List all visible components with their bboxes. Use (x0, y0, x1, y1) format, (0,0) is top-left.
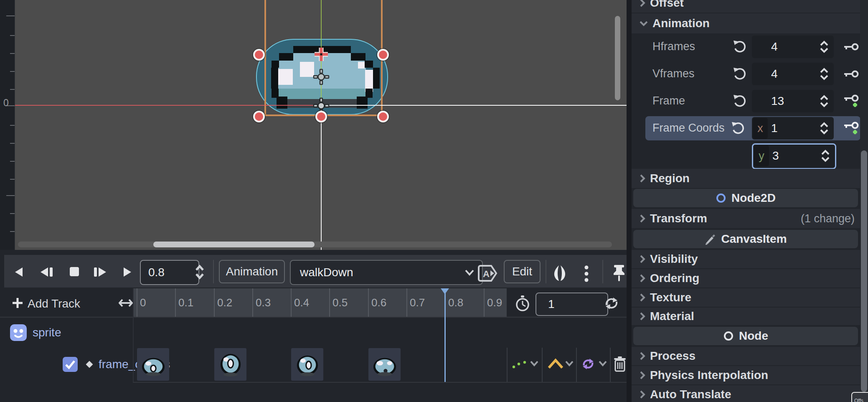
add-track-plus-icon[interactable] (12, 297, 23, 309)
node-icon (723, 331, 734, 341)
spinner-icon[interactable] (819, 41, 830, 53)
vframes-field[interactable]: 4 (752, 63, 834, 85)
canvas-viewport[interactable]: 0 (0, 0, 627, 250)
delete-track-trash-icon[interactable] (613, 356, 627, 372)
stop-button[interactable] (69, 267, 79, 277)
sprite-center-anchor-icon[interactable] (313, 69, 330, 85)
corner-popup: Offs (851, 392, 868, 402)
add-track-button[interactable]: Add Track (28, 297, 80, 310)
current-time-value: 0.8 (148, 266, 165, 279)
timeline-zoom-arrows-icon[interactable] (119, 298, 133, 308)
section-auto-translate[interactable]: Auto Translate (632, 385, 867, 402)
loop-wrap-mode-icon[interactable] (581, 357, 596, 371)
track-enabled-checkbox[interactable] (63, 357, 78, 372)
spinner-icon[interactable] (820, 150, 831, 162)
handle-bottom-mid[interactable] (315, 111, 327, 122)
animation-length-field[interactable]: 1 (536, 293, 608, 316)
check-icon (63, 357, 78, 372)
section-physics-interpolation[interactable]: Physics Interpolation (632, 366, 867, 384)
value-track-diamond-icon (85, 360, 94, 369)
frame-coords-y-field[interactable]: y 3 (752, 143, 836, 169)
canvasitem-brush-icon (704, 233, 716, 245)
keyframe-1[interactable] (214, 348, 246, 381)
animation-toolbar: 0.8 Animation walkDown A Edi (4, 255, 627, 288)
section-transform[interactable]: Transform (1 change) (632, 209, 867, 228)
edit-button[interactable]: Edit (504, 260, 541, 283)
interpolation-mode-icon[interactable] (547, 358, 564, 369)
handle-left-mid[interactable] (253, 49, 265, 61)
hframes-field[interactable]: 4 (752, 36, 834, 58)
keyframe-3[interactable] (368, 348, 401, 381)
time-spinner[interactable] (193, 264, 206, 280)
revert-icon[interactable] (733, 66, 747, 81)
track-node-name[interactable]: sprite (33, 326, 61, 339)
vertical-ruler: 0 (0, 0, 15, 250)
inspector-scrollbar[interactable] (860, 0, 868, 402)
x-axis-line (15, 105, 321, 106)
current-time-field[interactable]: 0.8 (140, 260, 199, 285)
sprite2d-node-icon (9, 323, 28, 342)
section-material[interactable]: Material (632, 308, 867, 325)
node2d-icon (716, 193, 726, 204)
keyframe-0[interactable] (137, 348, 169, 381)
hframes-key-icon[interactable] (842, 36, 860, 58)
vframes-key-icon[interactable] (842, 63, 860, 85)
animation-select-dropdown[interactable]: walkDown (290, 260, 483, 285)
revert-icon[interactable] (731, 121, 745, 135)
animation-menu-button[interactable]: Animation (219, 260, 285, 283)
category-node2d[interactable]: Node2D (633, 189, 858, 207)
frame-key-insert-icon[interactable] (842, 90, 860, 112)
section-offset[interactable]: Offset (632, 0, 867, 13)
update-mode-icon[interactable] (511, 358, 528, 370)
play-backwards-button[interactable] (13, 267, 24, 277)
onion-skinning-icon[interactable] (551, 264, 569, 282)
section-ordering[interactable]: Ordering (632, 269, 867, 288)
spinner-icon[interactable] (819, 122, 830, 135)
spinner-icon[interactable] (819, 68, 830, 80)
hframes-label: Hframes (652, 40, 695, 53)
handle-right-mid[interactable] (377, 49, 389, 61)
y-badge: y (754, 145, 769, 166)
viewport-hscrollbar[interactable] (18, 242, 612, 247)
playhead-line[interactable] (444, 289, 446, 382)
game-rect-top-edge (321, 105, 627, 106)
frame-coords-key-insert-icon[interactable] (842, 117, 860, 140)
inspector-panel: Offset Animation Hframes 4 Vframes 4 Fra… (632, 0, 868, 402)
handle-bottom-right[interactable] (377, 111, 389, 122)
animation-panel: 0.8 Animation walkDown A Edi (0, 250, 627, 402)
more-options-kebab-icon[interactable] (582, 265, 591, 282)
interpolation-dropdown-icon[interactable] (565, 360, 574, 366)
current-animation-name: walkDown (300, 266, 353, 279)
frame-coords-x-field[interactable]: x 1 (752, 117, 834, 140)
frame-field[interactable]: 13 (752, 90, 834, 112)
spinner-icon[interactable] (819, 95, 830, 107)
loop-animation-icon[interactable] (603, 295, 620, 312)
chevron-down-icon (464, 269, 475, 276)
position-crosshair-icon[interactable] (314, 47, 329, 62)
wrap-mode-dropdown-icon[interactable] (598, 360, 607, 366)
play-from-start-button[interactable] (93, 267, 107, 277)
revert-icon[interactable] (733, 39, 747, 53)
chevron-down-icon (639, 20, 648, 27)
viewport-vscrollbar[interactable] (614, 0, 621, 250)
play-button[interactable] (122, 267, 133, 277)
godot-editor: 0 0.8 Animation (0, 0, 868, 402)
play-backwards-from-end-button[interactable] (40, 267, 54, 277)
autoplay-on-load-icon[interactable]: A (478, 264, 498, 282)
section-region[interactable]: Region (632, 169, 867, 188)
section-process[interactable]: Process (632, 347, 867, 365)
keyframe-2[interactable] (291, 348, 323, 381)
category-canvasitem[interactable]: CanvasItem (633, 230, 858, 248)
chevron-right-icon (639, 0, 646, 8)
section-texture[interactable]: Texture (632, 288, 867, 307)
category-node[interactable]: Node (633, 327, 858, 345)
pin-panel-icon[interactable] (611, 264, 627, 282)
section-visibility[interactable]: Visibility (632, 250, 867, 268)
handle-bottom-left[interactable] (253, 111, 265, 122)
ruler-origin-label: 0 (3, 97, 9, 109)
update-mode-dropdown-icon[interactable] (530, 360, 539, 366)
frame-coords-label: Frame Coords (652, 122, 725, 135)
timeline-ruler[interactable]: 0 0.1 0.2 0.3 0.4 0.5 0.6 0.7 0.8 0.9 (133, 288, 507, 318)
revert-icon[interactable] (733, 94, 747, 108)
section-animation[interactable]: Animation (632, 13, 867, 33)
